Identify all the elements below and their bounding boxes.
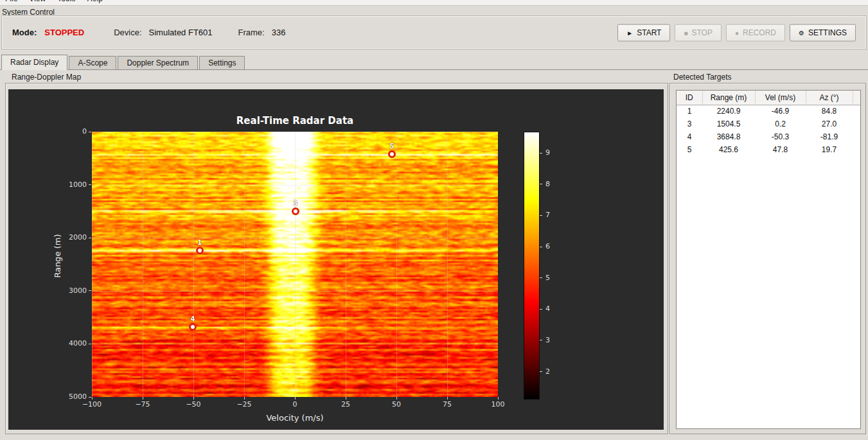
colorbar-tick-label: 4 (545, 304, 550, 313)
gear-icon: ⚙ (799, 29, 804, 36)
colorbar-tick-mark (540, 247, 542, 247)
colorbar-tick-label: 9 (545, 148, 550, 157)
colorbar-tick-mark (540, 215, 542, 216)
colorbar-tick-mark (540, 371, 542, 372)
stop-button-label: STOP (691, 28, 712, 37)
column-header[interactable]: Range (m) (702, 91, 755, 105)
settings-button-label: SETTINGS (808, 28, 847, 37)
record-icon: ● (735, 29, 739, 36)
column-header[interactable]: Vel (m/s) (755, 91, 806, 105)
menu-item-help[interactable]: Help (87, 0, 103, 5)
target-marker-label: 3 (288, 200, 303, 207)
targets-table: IDRange (m)Vel (m/s)Az (°) 12240.9-46.98… (677, 91, 860, 156)
table-cell: 1504.5 (702, 118, 755, 130)
menu-item-tools[interactable]: Tools (57, 0, 75, 5)
device-value: Simulated FT601 (149, 28, 213, 37)
table-row[interactable]: 12240.9-46.984.8 (677, 105, 860, 118)
radar-app-window: FileViewToolsHelp System Control Mode: S… (0, 0, 868, 440)
table-cell: -50.3 (755, 130, 806, 143)
y-tick-label: 0 (8, 127, 87, 136)
y-tick-mark (89, 132, 91, 132)
settings-button[interactable]: ⚙SETTINGS (790, 24, 856, 41)
y-tick-label: 4000 (8, 339, 87, 348)
table-row[interactable]: 31504.50.227.0 (677, 118, 860, 130)
colorbar-tick-label: 6 (545, 242, 550, 251)
x-tick-label: −25 (230, 400, 258, 409)
colorbar (524, 132, 540, 400)
y-tick-mark (89, 344, 91, 344)
tab-bar: Radar DisplayA-ScopeDoppler SpectrumSett… (0, 55, 868, 70)
record-button-label: RECORD (743, 28, 776, 37)
tab-settings[interactable]: Settings (199, 56, 245, 69)
colorbar-tick-label: 5 (545, 274, 550, 282)
table-cell: 2240.9 (702, 105, 755, 118)
x-tick-label: 50 (382, 400, 411, 409)
colorbar-tick-mark (540, 153, 542, 154)
target-marker (196, 247, 204, 254)
table-cell: -81.9 (806, 130, 853, 143)
x-tick-label: 0 (281, 400, 309, 409)
x-tick-mark (244, 397, 245, 400)
play-icon: ► (626, 29, 633, 36)
radar-figure: Real-Time Radar Data Velocity (m/s) Rang… (8, 89, 664, 430)
column-header[interactable]: ID (677, 91, 702, 105)
x-tick-label: 25 (332, 400, 360, 409)
target-marker-label: 1 (192, 239, 208, 246)
detected-targets-label: Detected Targets (673, 73, 732, 82)
range-doppler-map-label: Range-Doppler Map (12, 73, 81, 82)
y-tick-mark (89, 238, 91, 238)
table-cell: 19.7 (806, 143, 853, 156)
range-doppler-heatmap (92, 132, 498, 397)
x-tick-mark (295, 397, 296, 400)
table-cell: -46.9 (755, 105, 806, 118)
menu-item-view[interactable]: View (29, 0, 46, 5)
start-button[interactable]: ►START (617, 24, 670, 41)
record-button[interactable]: ●RECORD (726, 24, 785, 41)
system-control-group: Mode: STOPPED Device: Simulated FT601 Fr… (1, 15, 867, 49)
x-tick-mark (498, 397, 499, 400)
colorbar-tick-label: 8 (545, 180, 550, 188)
column-header-filler (853, 91, 860, 105)
table-row[interactable]: 5425.647.819.7 (677, 143, 860, 156)
colorbar-tick-mark (540, 277, 542, 278)
table-cell: 47.8 (755, 143, 806, 156)
y-tick-label: 2000 (8, 233, 87, 242)
table-cell: 5 (677, 143, 702, 156)
mode-value: STOPPED (44, 28, 84, 37)
colorbar-tick-label: 3 (545, 336, 550, 344)
table-cell: 84.8 (806, 105, 853, 118)
y-axis-label: Range (m) (53, 218, 62, 295)
target-marker-label: 5 (384, 143, 400, 150)
tab-doppler-spectrum[interactable]: Doppler Spectrum (118, 56, 198, 69)
x-axis-label: Velocity (m/s) (92, 413, 498, 423)
y-tick-mark (89, 290, 91, 291)
colorbar-tick-label: 7 (545, 211, 550, 219)
x-tick-mark (143, 397, 143, 400)
tab-radar-display[interactable]: Radar Display (1, 55, 67, 70)
x-tick-mark (396, 397, 397, 400)
frame-label: Frame: (238, 28, 265, 37)
x-tick-mark (447, 397, 448, 400)
x-tick-mark (92, 397, 93, 400)
colorbar-tick-label: 2 (545, 367, 550, 376)
x-tick-mark (346, 397, 346, 400)
frame-value: 336 (272, 28, 286, 37)
table-row[interactable]: 43684.8-50.3-81.9 (677, 130, 860, 143)
column-header[interactable]: Az (°) (806, 91, 853, 105)
menu-item-file[interactable]: File (5, 0, 17, 5)
colorbar-tick-mark (540, 340, 542, 340)
targets-table-widget: IDRange (m)Vel (m/s)Az (°) 12240.9-46.98… (676, 90, 861, 429)
range-doppler-panel: Real-Time Radar Data Velocity (m/s) Rang… (5, 83, 668, 434)
y-tick-mark (89, 184, 91, 185)
mode-label: Mode: (12, 28, 37, 37)
table-cell: 3684.8 (702, 130, 755, 143)
tab-a-scope[interactable]: A-Scope (69, 56, 116, 69)
y-tick-label: 1000 (8, 180, 87, 189)
stop-button[interactable]: ■STOP (675, 24, 722, 41)
table-cell: 1 (677, 105, 702, 118)
table-cell: 3 (677, 118, 702, 130)
target-marker-label: 4 (185, 315, 200, 322)
stop-icon: ■ (684, 29, 687, 36)
y-tick-label: 5000 (8, 392, 87, 401)
target-marker (292, 207, 299, 215)
